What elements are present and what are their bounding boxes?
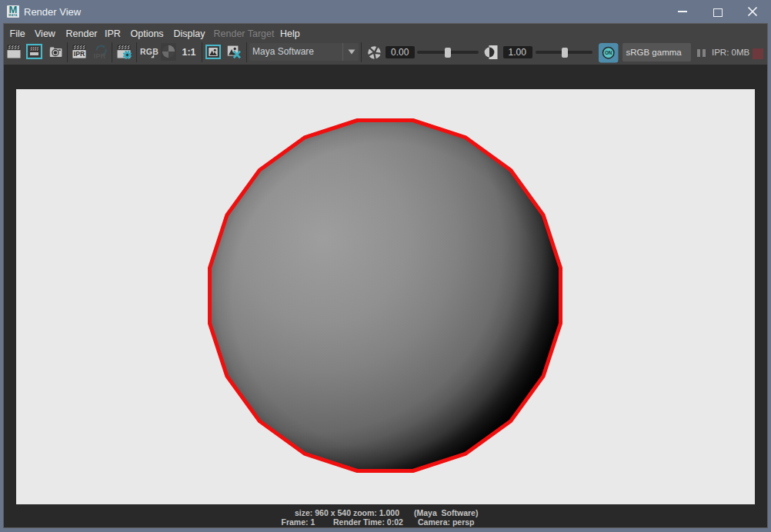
svg-text:IPR: IPR: [94, 52, 106, 60]
svg-text:IPR: IPR: [73, 50, 85, 58]
svg-text:ON: ON: [605, 50, 612, 55]
